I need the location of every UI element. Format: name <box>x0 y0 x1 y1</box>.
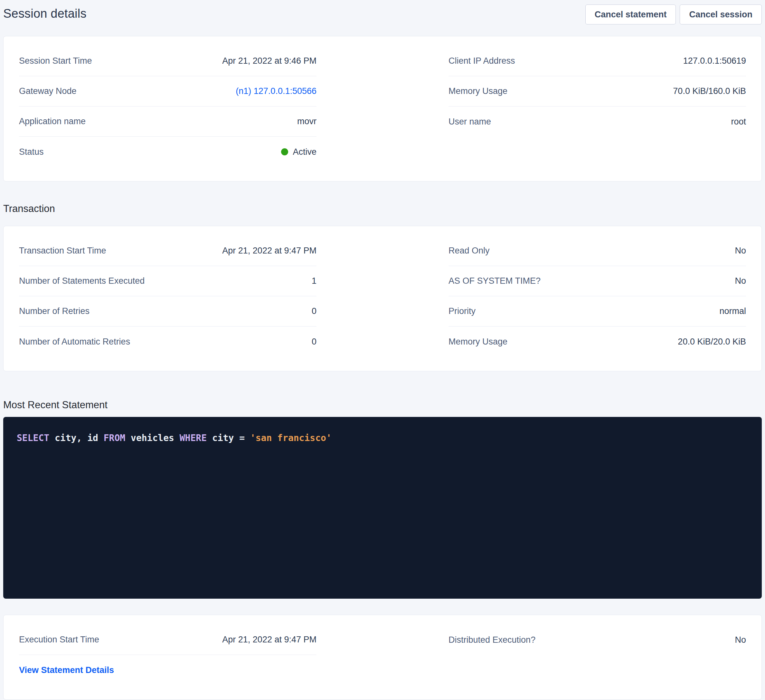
session-details-page: Session details Cancel statement Cancel … <box>0 0 765 700</box>
sql-statement-box: SELECT city, id FROM vehicles WHERE city… <box>3 417 762 599</box>
kv-label: Transaction Start Time <box>19 246 106 256</box>
execution-card-right-column: Distributed Execution? No <box>449 625 746 685</box>
application-name-row: Application name movr <box>19 107 316 137</box>
as-of-system-time-row: AS OF SYSTEM TIME? No <box>449 266 746 296</box>
kv-label: Priority <box>449 306 475 316</box>
kv-label: Number of Automatic Retries <box>19 337 130 347</box>
sql-keyword: FROM <box>104 433 125 443</box>
cancel-statement-button[interactable]: Cancel statement <box>586 5 676 24</box>
transaction-memory-usage-row: Memory Usage 20.0 KiB/20.0 KiB <box>449 326 746 357</box>
session-start-time-row: Session Start Time Apr 21, 2022 at 9:46 … <box>19 46 316 76</box>
sql-keyword: WHERE <box>179 433 207 443</box>
sql-keyword: SELECT <box>17 433 49 443</box>
status-row: Status Active <box>19 137 316 167</box>
kv-label: Memory Usage <box>449 337 507 347</box>
kv-label: Execution Start Time <box>19 635 99 645</box>
kv-label: Status <box>19 147 44 157</box>
transaction-section-heading: Transaction <box>3 202 762 215</box>
status-value: Active <box>281 147 316 157</box>
user-name-row: User name root <box>449 107 746 137</box>
status-active-dot-icon <box>281 148 288 155</box>
kv-label: Number of Statements Executed <box>19 276 145 286</box>
kv-value: 1 <box>312 276 316 286</box>
kv-value: Apr 21, 2022 at 9:46 PM <box>222 56 316 66</box>
transaction-card-right-column: Read Only No AS OF SYSTEM TIME? No Prior… <box>449 236 746 357</box>
kv-value: normal <box>719 306 746 316</box>
kv-value: No <box>735 635 746 645</box>
transaction-card-left-column: Transaction Start Time Apr 21, 2022 at 9… <box>19 236 316 357</box>
gateway-node-link[interactable]: (n1) 127.0.0.1:50566 <box>236 86 316 96</box>
kv-value: No <box>735 246 746 256</box>
cancel-session-button[interactable]: Cancel session <box>680 5 762 24</box>
view-statement-details-row: View Statement Details <box>19 655 316 685</box>
session-card-right-column: Client IP Address 127.0.0.1:50619 Memory… <box>449 46 746 167</box>
kv-label: Gateway Node <box>19 86 77 96</box>
kv-label: Distributed Execution? <box>449 635 535 645</box>
kv-value: movr <box>297 116 316 126</box>
page-title: Session details <box>3 5 87 22</box>
execution-card-left-column: Execution Start Time Apr 21, 2022 at 9:4… <box>19 625 316 685</box>
priority-row: Priority normal <box>449 296 746 326</box>
session-memory-usage-row: Memory Usage 70.0 KiB/160.0 KiB <box>449 76 746 107</box>
kv-value: 127.0.0.1:50619 <box>683 56 746 66</box>
kv-value: 0 <box>312 337 316 347</box>
sql-text: city = <box>207 433 250 443</box>
kv-value: 20.0 KiB/20.0 KiB <box>678 337 746 347</box>
transaction-start-time-row: Transaction Start Time Apr 21, 2022 at 9… <box>19 236 316 266</box>
kv-value: root <box>731 117 746 127</box>
kv-label: Session Start Time <box>19 56 92 66</box>
kv-value: 70.0 KiB/160.0 KiB <box>673 86 746 96</box>
kv-label: User name <box>449 117 491 127</box>
distributed-execution-row: Distributed Execution? No <box>449 625 746 655</box>
kv-label: AS OF SYSTEM TIME? <box>449 276 541 286</box>
number-of-retries-row: Number of Retries 0 <box>19 296 316 326</box>
automatic-retries-row: Number of Automatic Retries 0 <box>19 326 316 357</box>
session-card-left-column: Session Start Time Apr 21, 2022 at 9:46 … <box>19 46 316 167</box>
execution-start-time-row: Execution Start Time Apr 21, 2022 at 9:4… <box>19 625 316 655</box>
read-only-row: Read Only No <box>449 236 746 266</box>
status-text: Active <box>293 147 316 157</box>
kv-label: Client IP Address <box>449 56 515 66</box>
execution-card: Execution Start Time Apr 21, 2022 at 9:4… <box>3 615 762 700</box>
transaction-card: Transaction Start Time Apr 21, 2022 at 9… <box>3 226 762 371</box>
statements-executed-row: Number of Statements Executed 1 <box>19 266 316 296</box>
session-card: Session Start Time Apr 21, 2022 at 9:46 … <box>3 36 762 181</box>
kv-value: 0 <box>312 306 316 316</box>
kv-label: Memory Usage <box>449 86 507 96</box>
sql-text: vehicles <box>125 433 179 443</box>
kv-value: Apr 21, 2022 at 9:47 PM <box>222 635 316 645</box>
kv-label: Read Only <box>449 246 490 256</box>
kv-label: Number of Retries <box>19 306 90 316</box>
page-header: Session details Cancel statement Cancel … <box>3 5 762 24</box>
sql-string-literal: 'san francisco' <box>250 433 332 443</box>
kv-label: Application name <box>19 116 86 126</box>
kv-value: Apr 21, 2022 at 9:47 PM <box>222 246 316 256</box>
view-statement-details-link[interactable]: View Statement Details <box>19 665 114 675</box>
most-recent-statement-heading: Most Recent Statement <box>3 398 762 412</box>
kv-value: No <box>735 276 746 286</box>
gateway-node-row: Gateway Node (n1) 127.0.0.1:50566 <box>19 76 316 107</box>
sql-text: city, id <box>49 433 104 443</box>
header-actions: Cancel statement Cancel session <box>586 5 762 24</box>
client-ip-row: Client IP Address 127.0.0.1:50619 <box>449 46 746 76</box>
